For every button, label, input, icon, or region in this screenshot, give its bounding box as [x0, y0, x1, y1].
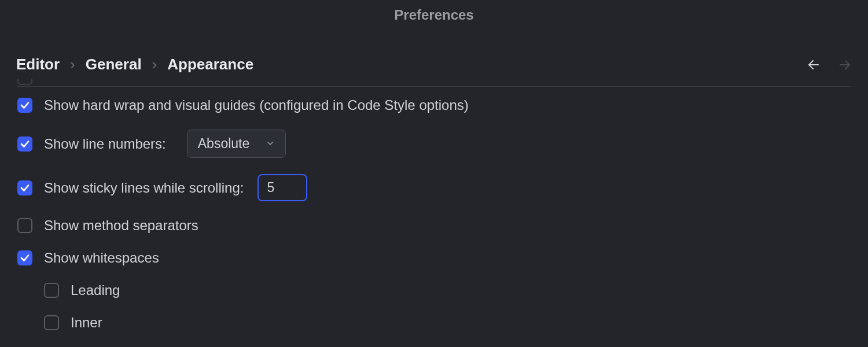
checkbox-sticky-lines[interactable] [17, 180, 32, 195]
nav-arrows [807, 58, 852, 72]
settings-content: Use full line height caret Show hard wra… [0, 86, 868, 339]
setting-row-leading: Leading [17, 274, 851, 307]
forward-button[interactable] [838, 58, 852, 72]
checkbox-leading[interactable] [44, 283, 59, 298]
setting-row-hard-wrap: Show hard wrap and visual guides (config… [17, 89, 851, 121]
check-icon [20, 183, 30, 193]
checkbox-inner[interactable] [44, 315, 59, 330]
arrow-left-icon [807, 58, 821, 72]
label-hard-wrap: Show hard wrap and visual guides (config… [44, 97, 469, 113]
check-icon [20, 253, 30, 263]
checkbox-line-numbers[interactable] [17, 136, 32, 152]
setting-row-sticky-lines: Show sticky lines while scrolling: [17, 166, 851, 209]
line-numbers-select-value: Absolute [198, 136, 258, 152]
breadcrumb-row: Editor › General › Appearance [0, 56, 868, 73]
check-icon [20, 100, 30, 110]
breadcrumb: Editor › General › Appearance [16, 56, 253, 73]
setting-row-method-separators: Show method separators [17, 209, 851, 242]
checkbox-full-line-caret[interactable] [17, 79, 32, 85]
back-button[interactable] [807, 58, 821, 72]
arrow-right-icon [838, 58, 852, 72]
sticky-lines-input[interactable] [258, 174, 307, 201]
checkbox-whitespaces[interactable] [17, 250, 32, 265]
check-icon [20, 139, 30, 149]
setting-row-whitespaces: Show whitespaces [17, 242, 851, 274]
label-method-separators: Show method separators [44, 217, 198, 234]
label-sticky-lines: Show sticky lines while scrolling: [44, 180, 244, 196]
setting-row-inner: Inner [17, 307, 851, 339]
label-line-numbers: Show line numbers: [44, 136, 166, 152]
breadcrumb-editor[interactable]: Editor [16, 56, 60, 73]
checkbox-hard-wrap[interactable] [17, 98, 32, 113]
window-title: Preferences [0, 0, 868, 23]
label-whitespaces: Show whitespaces [44, 250, 159, 266]
breadcrumb-separator: › [152, 56, 157, 73]
breadcrumb-appearance[interactable]: Appearance [167, 56, 253, 73]
label-inner: Inner [71, 315, 102, 331]
chevron-down-icon [266, 136, 275, 152]
setting-row-line-numbers: Show line numbers: Absolute [17, 121, 851, 166]
label-leading: Leading [71, 282, 120, 298]
breadcrumb-general[interactable]: General [86, 56, 142, 73]
breadcrumb-separator: › [70, 56, 75, 73]
checkbox-method-separators[interactable] [17, 218, 32, 233]
line-numbers-select[interactable]: Absolute [187, 130, 286, 158]
setting-row-cutoff: Use full line height caret [17, 79, 851, 89]
